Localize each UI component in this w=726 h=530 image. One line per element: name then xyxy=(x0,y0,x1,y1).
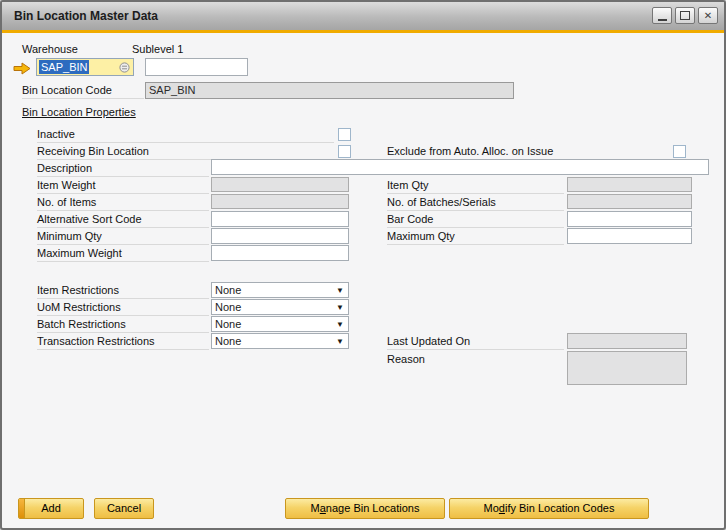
title-bar: Bin Location Master Data ✕ xyxy=(2,2,724,30)
chevron-down-icon: ▼ xyxy=(336,303,344,312)
row-underline xyxy=(387,210,564,211)
uom-restrictions-select[interactable]: None ▼ xyxy=(211,299,349,315)
batch-restrictions-select[interactable]: None ▼ xyxy=(211,316,349,332)
row-underline xyxy=(387,227,564,228)
warehouse-value: SAP_BIN xyxy=(39,60,89,74)
maximize-button[interactable] xyxy=(675,7,695,24)
uom-restrictions-label: UoM Restrictions xyxy=(37,301,121,313)
window-controls: ✕ xyxy=(652,7,718,24)
no-of-items-field xyxy=(211,194,349,209)
row-underline xyxy=(37,332,209,333)
row-underline xyxy=(37,298,209,299)
maximum-qty-input[interactable] xyxy=(567,228,692,244)
minimize-icon xyxy=(658,19,667,21)
maximum-weight-input[interactable] xyxy=(211,245,349,261)
description-input[interactable] xyxy=(211,159,709,175)
transaction-restrictions-value: None xyxy=(215,335,241,347)
link-arrow-icon[interactable] xyxy=(13,61,31,79)
row-underline xyxy=(37,210,209,211)
item-qty-label: Item Qty xyxy=(387,179,429,191)
maximum-qty-label: Maximum Qty xyxy=(387,230,455,242)
add-button-label: Add xyxy=(41,502,61,514)
gold-accent-line xyxy=(2,30,724,33)
uom-restrictions-value: None xyxy=(215,301,241,313)
exclude-auto-alloc-label: Exclude from Auto. Alloc. on Issue xyxy=(387,145,553,157)
chevron-down-icon: ▼ xyxy=(336,286,344,295)
sublevel-label: Sublevel 1 xyxy=(132,43,183,55)
inactive-label: Inactive xyxy=(37,128,75,140)
warehouse-label: Warehouse xyxy=(22,43,78,55)
transaction-restrictions-select[interactable]: None ▼ xyxy=(211,333,349,349)
manage-bin-locations-button[interactable]: Manage Bin Locations xyxy=(285,498,445,519)
chevron-down-icon: ▼ xyxy=(336,337,344,346)
reason-label: Reason xyxy=(387,353,425,365)
row-underline xyxy=(37,261,209,262)
last-updated-on-label: Last Updated On xyxy=(387,335,470,347)
modify-bin-location-codes-label: Modify Bin Location Codes xyxy=(484,502,615,514)
item-restrictions-label: Item Restrictions xyxy=(37,284,119,296)
reason-field xyxy=(567,351,687,385)
bin-location-code-label: Bin Location Code xyxy=(22,84,112,96)
minimum-qty-input[interactable] xyxy=(211,228,349,244)
warehouse-field[interactable]: SAP_BIN xyxy=(36,58,134,76)
modify-bin-location-codes-button[interactable]: Modify Bin Location Codes xyxy=(449,498,649,519)
sublevel-input[interactable] xyxy=(145,58,248,76)
alternative-sort-code-label: Alternative Sort Code xyxy=(37,213,142,225)
bin-location-master-data-window: Bin Location Master Data ✕ Warehouse Sub… xyxy=(0,0,726,530)
row-underline xyxy=(387,193,564,194)
bar-code-label: Bar Code xyxy=(387,213,433,225)
bin-location-code-field: SAP_BIN xyxy=(145,82,514,99)
receiving-bin-location-checkbox[interactable] xyxy=(338,145,351,158)
row-underline xyxy=(37,315,209,316)
alternative-sort-code-input[interactable] xyxy=(211,211,349,227)
row-underline xyxy=(37,142,334,143)
row-underline xyxy=(37,349,209,350)
minimum-qty-label: Minimum Qty xyxy=(37,230,102,242)
item-restrictions-select[interactable]: None ▼ xyxy=(211,282,349,298)
section-title-bin-location-properties: Bin Location Properties xyxy=(22,106,136,118)
add-button[interactable]: Add xyxy=(18,498,84,519)
no-of-batches-serials-field xyxy=(567,194,692,209)
minimize-button[interactable] xyxy=(652,7,672,24)
item-weight-field xyxy=(211,177,349,192)
row-underline xyxy=(37,176,209,177)
row-underline xyxy=(387,349,564,350)
row-underline xyxy=(22,98,144,99)
row-underline xyxy=(37,244,209,245)
chevron-down-icon: ▼ xyxy=(336,320,344,329)
batch-restrictions-value: None xyxy=(215,318,241,330)
bar-code-input[interactable] xyxy=(567,211,692,227)
maximum-weight-label: Maximum Weight xyxy=(37,247,122,259)
transaction-restrictions-label: Transaction Restrictions xyxy=(37,335,155,347)
cancel-button[interactable]: Cancel xyxy=(94,498,154,519)
item-qty-field xyxy=(567,177,692,192)
receiving-bin-location-label: Receiving Bin Location xyxy=(37,145,149,157)
description-label: Description xyxy=(37,162,92,174)
row-underline xyxy=(387,244,564,245)
no-of-batches-serials-label: No. of Batches/Serials xyxy=(387,196,496,208)
manage-bin-locations-label: Manage Bin Locations xyxy=(311,502,420,514)
no-of-items-label: No. of Items xyxy=(37,196,96,208)
last-updated-on-field xyxy=(567,333,687,349)
row-underline xyxy=(37,193,209,194)
item-weight-label: Item Weight xyxy=(37,179,96,191)
inactive-checkbox[interactable] xyxy=(338,128,351,141)
default-button-strip xyxy=(19,499,25,518)
close-icon: ✕ xyxy=(704,11,712,21)
window-title: Bin Location Master Data xyxy=(14,2,158,30)
close-button[interactable]: ✕ xyxy=(698,7,718,24)
choose-from-list-icon[interactable] xyxy=(119,62,130,75)
exclude-auto-alloc-checkbox[interactable] xyxy=(673,145,686,158)
batch-restrictions-label: Batch Restrictions xyxy=(37,318,126,330)
maximize-icon xyxy=(680,11,690,20)
row-underline xyxy=(37,227,209,228)
item-restrictions-value: None xyxy=(215,284,241,296)
cancel-button-label: Cancel xyxy=(107,502,141,514)
